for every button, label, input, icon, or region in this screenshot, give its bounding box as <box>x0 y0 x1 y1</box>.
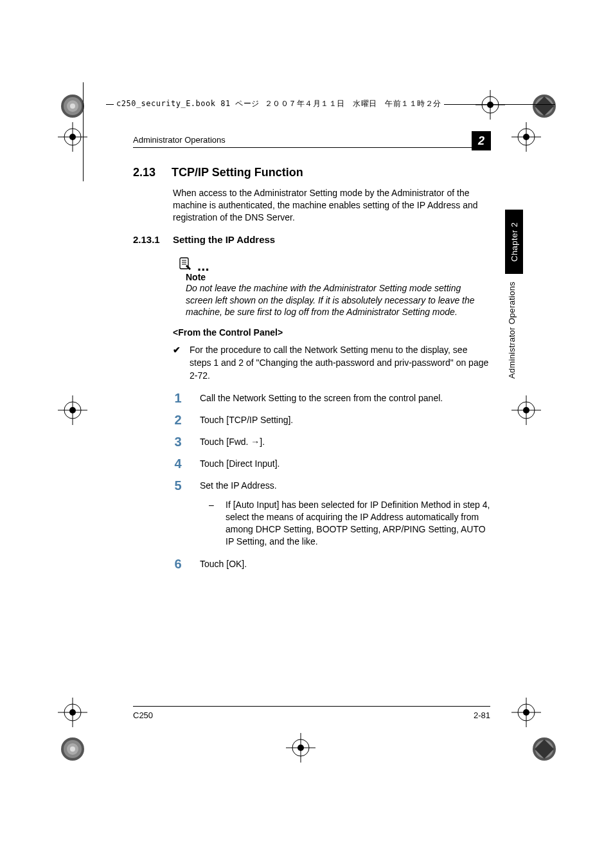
step-number: 4 <box>173 457 183 470</box>
subsection-number: 2.13.1 <box>133 234 165 245</box>
reg-mark-bot-right-2 <box>511 698 541 727</box>
side-tab-section: Administrator Operations <box>507 282 517 379</box>
step-text: Touch [Direct Input]. <box>200 458 280 470</box>
bookmark-text: c250_security_E.book 81 ページ ２００７年４月１１日 水… <box>114 98 444 109</box>
reg-mark-mid-right <box>511 395 541 425</box>
content-area: Administrator Operations 2 2.13 TCP/IP S… <box>133 135 490 580</box>
running-head: Administrator Operations <box>133 135 490 145</box>
step-text: Touch [OK]. <box>200 558 247 570</box>
reg-mark-bot-left-2 <box>58 698 87 727</box>
reg-mark-bot-left-1 <box>50 727 95 772</box>
step-2: 2 Touch [TCP/IP Setting]. <box>173 414 490 427</box>
subsection-heading: 2.13.1 Setting the IP Address <box>133 234 490 245</box>
reg-mark-mid-left <box>58 395 87 425</box>
check-icon: ✔ <box>173 344 182 382</box>
step-5-substep: – If [Auto Input] has been selected for … <box>209 499 490 548</box>
svg-point-45 <box>298 745 304 751</box>
note-body: Do not leave the machine with the Admini… <box>186 282 490 319</box>
reg-mark-bot-center <box>286 733 315 763</box>
reg-mark-bot-right-1 <box>522 727 567 772</box>
step-number: 6 <box>173 557 183 570</box>
svg-point-26 <box>523 407 529 413</box>
step-4: 4 Touch [Direct Input]. <box>173 458 490 471</box>
substep-text: If [Auto Input] has been selected for IP… <box>226 499 490 548</box>
section-intro: When access to the Administrator Setting… <box>173 187 490 224</box>
svg-point-30 <box>69 709 76 716</box>
svg-point-3 <box>70 104 75 109</box>
check-text: For the procedure to call the Network Se… <box>190 344 490 382</box>
step-6: 6 Touch [OK]. <box>173 558 490 571</box>
step-text: Call the Network Setting to the screen f… <box>200 392 443 404</box>
step-3: 3 Touch [Fwd. →]. <box>173 436 490 449</box>
bookmark-bar: c250_security_E.book 81 ページ ２００７年４月１１日 水… <box>106 95 555 121</box>
svg-point-38 <box>523 709 529 716</box>
note-icon <box>178 257 192 271</box>
step-number: 1 <box>173 392 183 404</box>
section-heading: 2.13 TCP/IP Setting Function <box>133 166 490 179</box>
page-root: c250_security_E.book 81 ページ ２００７年４月１１日 水… <box>0 0 613 868</box>
chapter-badge: 2 <box>472 131 491 150</box>
footer-page: 2-81 <box>474 710 490 720</box>
check-line: ✔ For the procedure to call the Network … <box>173 344 490 382</box>
section-number: 2.13 <box>133 166 160 179</box>
svg-point-34 <box>70 746 75 752</box>
step-1: 1 Call the Network Setting to the screen… <box>173 392 490 405</box>
side-tab-chapter: Chapter 2 <box>505 210 523 274</box>
step-text: Set the IP Address. <box>200 480 277 492</box>
dash-icon: – <box>209 499 217 548</box>
note-block: . . . Note Do not leave the machine with… <box>173 257 490 319</box>
panel-subhead: <From the Control Panel> <box>173 327 490 338</box>
step-text: Touch [TCP/IP Setting]. <box>200 414 293 426</box>
subsection-title: Setting the IP Address <box>173 234 275 245</box>
note-dots-icon: . . . <box>197 264 208 269</box>
head-rule <box>133 147 490 148</box>
step-number: 3 <box>173 435 183 448</box>
footer: C250 2-81 <box>133 706 490 720</box>
footer-model: C250 <box>133 710 153 720</box>
section-title: TCP/IP Setting Function <box>172 166 303 179</box>
svg-point-11 <box>523 134 529 140</box>
svg-point-22 <box>69 407 76 413</box>
step-5: 5 Set the IP Address. <box>173 480 490 493</box>
svg-point-7 <box>69 134 76 140</box>
running-head-title: Administrator Operations <box>133 135 226 145</box>
step-number: 5 <box>173 479 183 492</box>
note-label: Note <box>186 272 490 282</box>
step-text: Touch [Fwd. →]. <box>200 436 265 448</box>
step-number: 2 <box>173 413 183 426</box>
crop-rule-left <box>83 82 84 181</box>
